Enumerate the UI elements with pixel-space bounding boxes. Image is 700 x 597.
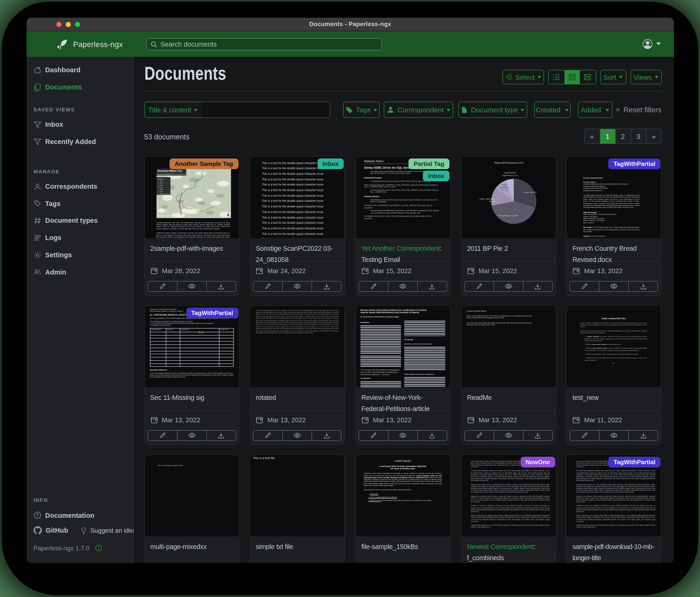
- svg-text:Day6: Day6: [159, 191, 163, 192]
- svg-text:Day4: Day4: [159, 187, 163, 188]
- svg-text:Day5: Day5: [159, 189, 163, 190]
- svg-text:Hypertension, 31, 6%: Hypertension, 31, 6%: [502, 174, 518, 176]
- svg-text:65, 13%: 65, 13%: [489, 200, 495, 202]
- svg-text:Pre-hypertension, 212, 42%: Pre-hypertension, 212, 42%: [498, 215, 518, 216]
- svg-text:Hypertension,: Hypertension,: [499, 186, 509, 188]
- svg-text:44, 9%: 44, 9%: [502, 189, 507, 191]
- svg-text:On day trip to BWCA: On day trip to BWCA: [157, 174, 170, 175]
- svg-text:Boundary Waters Trip: Boundary Waters Trip: [157, 169, 182, 172]
- svg-text:Stage 1 Hypertension,: Stage 1 Hypertension,: [479, 198, 495, 200]
- svg-text:Stage 2: Stage 2: [501, 184, 507, 186]
- svg-text:Isolated Systolic: Isolated Systolic: [504, 172, 516, 174]
- svg-text:Patient BP Distribution 2011: Patient BP Distribution 2011: [494, 161, 524, 164]
- svg-text:Google Earth: Google Earth: [157, 214, 170, 216]
- svg-text:Day1: Day1: [159, 181, 163, 182]
- svg-text:Entry Point CM: Entry Point CM: [159, 193, 169, 194]
- svg-text:Day3: Day3: [159, 185, 163, 186]
- svg-text:Day2: Day2: [159, 183, 163, 184]
- svg-text:Legend: Legend: [157, 178, 163, 180]
- svg-text:Normal, 150, 30%: Normal, 150, 30%: [524, 191, 536, 193]
